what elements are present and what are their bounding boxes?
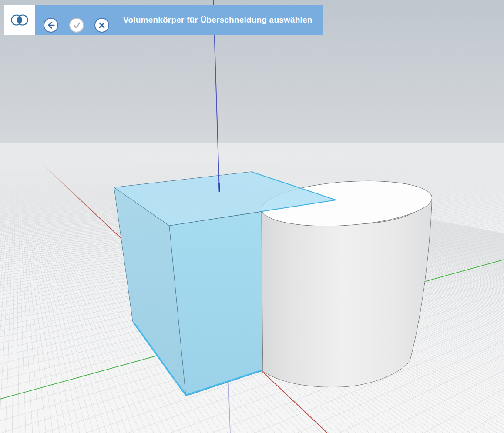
check-icon [72,20,81,30]
close-icon [97,21,106,30]
arrow-left-icon [46,20,56,30]
z-axis-tip [219,183,219,192]
cylinder-side[interactable] [262,198,432,387]
box-right-face[interactable] [169,212,262,396]
back-button[interactable] [44,18,58,33]
active-tool-button[interactable] [4,5,35,35]
prompt-bar: Volumenkörper für Überschneidung auswähl… [35,5,323,35]
toolbar-prompt: Volumenkörper für Überschneidung auswähl… [123,5,312,35]
cancel-button[interactable] [94,18,109,33]
intersect-bodies-icon [9,11,30,29]
confirm-button[interactable] [69,18,84,33]
viewport-3d [0,0,504,433]
app-window: Volumenkörper für Überschneidung auswähl… [0,0,504,433]
